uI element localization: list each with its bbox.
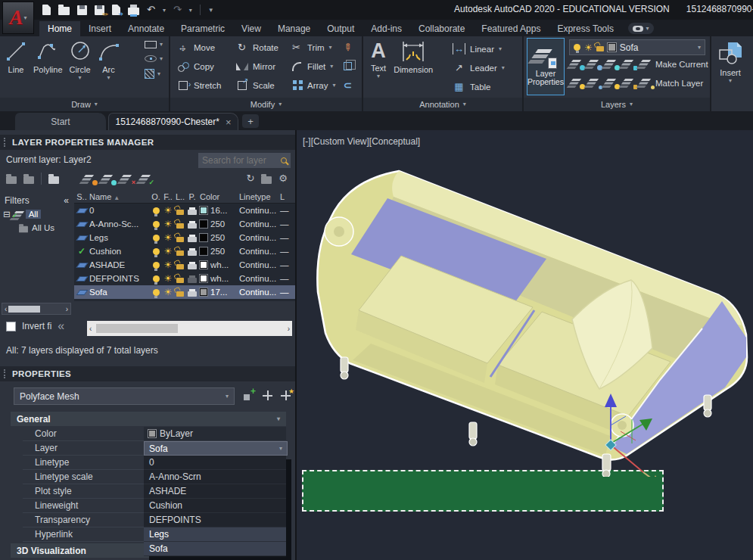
- panel-annotation-label[interactable]: Annotation▾: [363, 98, 522, 111]
- plot-toggle[interactable]: [186, 247, 198, 256]
- on-toggle[interactable]: [150, 221, 162, 228]
- linetype-cell[interactable]: Continu...: [238, 274, 280, 283]
- quick-select-button[interactable]: ★: [281, 390, 291, 400]
- tab-collaborate[interactable]: Collaborate: [410, 21, 473, 36]
- panel-draw-label[interactable]: Draw▾: [0, 98, 169, 111]
- layer-isolate-icon[interactable]: [588, 59, 600, 69]
- new-group-filter-icon[interactable]: [23, 176, 34, 184]
- layer-search-box[interactable]: [198, 153, 291, 168]
- lineweight-cell[interactable]: —: [280, 247, 294, 256]
- offset-button[interactable]: ⊂: [341, 76, 354, 95]
- mirror-button[interactable]: Mirror: [235, 57, 278, 76]
- freeze-toggle[interactable]: ☀: [162, 274, 174, 283]
- layer-option-1[interactable]: A-Anno-Scrn: [144, 470, 286, 484]
- layer-unisolate-icon[interactable]: [588, 78, 600, 88]
- file-tab-drawing[interactable]: 1512468870990-Chester* ×: [108, 113, 238, 130]
- color-cell[interactable]: 250: [198, 219, 238, 229]
- filter-all-used[interactable]: All Us: [0, 221, 73, 235]
- close-tab-icon[interactable]: ×: [226, 117, 232, 128]
- on-toggle[interactable]: [150, 235, 162, 241]
- autocad-logo[interactable]: A▾: [2, 2, 34, 34]
- undo-caret-icon[interactable]: ▾: [163, 7, 166, 14]
- tab-view[interactable]: View: [233, 21, 269, 36]
- layer-list-header[interactable]: S.. ​Name▲ O. F.. L.. P. Color Linetype …: [74, 191, 295, 204]
- lock-toggle[interactable]: [174, 247, 186, 256]
- tab-express-tools[interactable]: Express Tools: [549, 21, 621, 36]
- palette-grip-icon[interactable]: [4, 138, 7, 147]
- section-general[interactable]: General ▾: [11, 412, 286, 426]
- rotate-button[interactable]: ↻Rotate: [235, 38, 278, 57]
- erase-button[interactable]: ✏: [341, 38, 354, 57]
- circle-button[interactable]: Circle ▾: [69, 39, 92, 80]
- text-button[interactable]: A Text ▾: [371, 39, 386, 79]
- linetype-cell[interactable]: Continu...: [238, 288, 280, 297]
- file-tab-start[interactable]: Start: [15, 113, 106, 130]
- tab-manage[interactable]: Manage: [269, 21, 319, 36]
- viewport-controls[interactable]: [-][Custom View][Conceptual]: [303, 136, 420, 147]
- freeze-toggle[interactable]: ☀: [162, 219, 174, 229]
- color-cell[interactable]: 17...: [198, 288, 238, 297]
- panel-layers-label[interactable]: Layers▾: [524, 98, 710, 111]
- freeze-toggle[interactable]: ☀: [162, 288, 174, 297]
- on-toggle[interactable]: [150, 275, 162, 282]
- on-toggle[interactable]: [150, 262, 162, 269]
- panel-modify-label[interactable]: Modify▾: [170, 98, 362, 111]
- drawing-viewport[interactable]: [-][Custom View][Conceptual]: [295, 130, 753, 560]
- array-button[interactable]: Array▾: [290, 76, 336, 95]
- new-layer-icon[interactable]: [83, 174, 95, 184]
- lock-toggle[interactable]: [174, 234, 186, 242]
- layer-combo-caret-icon[interactable]: ▾: [698, 45, 701, 50]
- line-button[interactable]: Line: [5, 39, 27, 80]
- layer-settings-page-icon[interactable]: [261, 176, 272, 184]
- linetype-cell[interactable]: Continu...: [238, 247, 280, 256]
- plot-toggle[interactable]: [186, 220, 198, 229]
- color-cell[interactable]: 250: [198, 233, 238, 242]
- tree-collapse-icon[interactable]: ⊟: [3, 209, 11, 219]
- arc-button[interactable]: Arc ▾: [98, 39, 120, 80]
- layer-row-6-selected[interactable]: Sofa ☀ 17... Continu... —: [74, 285, 295, 299]
- tab-output[interactable]: Output: [319, 21, 362, 36]
- linetype-cell[interactable]: Continu...: [238, 233, 280, 242]
- lock-toggle[interactable]: [174, 261, 186, 269]
- layer-on-all-icon[interactable]: [571, 78, 583, 88]
- linetype-cell[interactable]: Continu...: [238, 260, 280, 269]
- on-toggle[interactable]: [150, 248, 162, 255]
- tab-featured-apps[interactable]: Featured Apps: [473, 21, 549, 36]
- insert-caret-icon[interactable]: ▾: [729, 79, 732, 83]
- layer-list-hscrollbar[interactable]: ‹›: [87, 321, 292, 336]
- layer-row-4[interactable]: ASHADE ☀ wh... Continu... —: [74, 258, 295, 272]
- new-tab-button[interactable]: +: [242, 114, 259, 128]
- layer-properties-button[interactable]: Layer Properties: [527, 38, 565, 95]
- save-as-icon[interactable]: [95, 5, 104, 15]
- layer-option-2[interactable]: ASHADE: [144, 484, 286, 499]
- prop-row-color[interactable]: Color ByLayer: [23, 427, 286, 441]
- tab-add-ins[interactable]: Add-ins: [362, 21, 410, 36]
- scale-button[interactable]: Scale: [235, 76, 278, 95]
- color-cell[interactable]: wh...: [198, 260, 238, 269]
- new-property-filter-icon[interactable]: [6, 176, 17, 184]
- layer-states-manager-icon[interactable]: [48, 176, 59, 184]
- lineweight-cell[interactable]: —: [280, 274, 294, 283]
- lock-toggle[interactable]: [174, 220, 186, 229]
- freeze-toggle[interactable]: ☀: [162, 260, 174, 269]
- freeze-toggle[interactable]: ☀: [162, 233, 174, 242]
- match-layer-button[interactable]: Match Layer: [640, 78, 703, 88]
- layer-option-6[interactable]: Sofa: [144, 542, 286, 556]
- layer-lock-icon[interactable]: [623, 59, 635, 69]
- rectangle-button[interactable]: ▾: [145, 41, 163, 48]
- layer-value-combo[interactable]: Sofa ▾: [144, 441, 288, 456]
- object-type-combo[interactable]: Polyface Mesh ▾: [14, 387, 235, 405]
- color-cell[interactable]: 16...: [198, 206, 238, 215]
- tab-insert[interactable]: Insert: [80, 21, 120, 36]
- refresh-icon[interactable]: ↻: [246, 173, 254, 184]
- circle-caret-icon[interactable]: ▾: [79, 76, 82, 80]
- on-toggle[interactable]: [150, 289, 162, 296]
- plot-icon[interactable]: [128, 8, 139, 15]
- linear-button[interactable]: ↔Linear▾: [453, 39, 505, 58]
- layer-unlock-all-icon[interactable]: [623, 78, 635, 88]
- invert-collapse-icon[interactable]: «: [58, 319, 64, 333]
- properties-header[interactable]: PROPERTIES: [0, 366, 295, 381]
- make-current-button[interactable]: Make Current: [640, 59, 708, 69]
- layer-off-icon[interactable]: [571, 59, 583, 69]
- layer-thaw-all-icon[interactable]: [605, 78, 618, 88]
